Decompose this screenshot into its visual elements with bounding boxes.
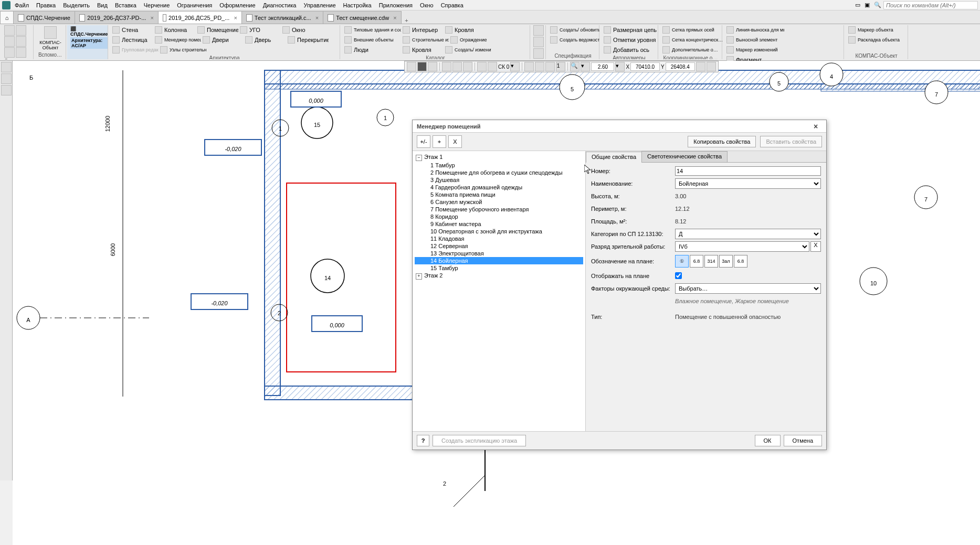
env-select[interactable]: Выбрать… (675, 283, 821, 294)
tree-floor-1[interactable]: −Этаж 1 (415, 153, 583, 162)
create-explication-button[interactable]: Создать экспликацию этажа (433, 435, 526, 446)
new-icon[interactable] (4, 25, 15, 36)
vb-perp[interactable] (452, 62, 462, 71)
scale-input[interactable] (591, 62, 614, 71)
tree-room[interactable]: 7 Помещение уборочного инвентаря (415, 206, 583, 213)
level-marks-button[interactable]: Отметки уровня (603, 35, 658, 45)
save-icon[interactable] (4, 36, 15, 47)
close-icon[interactable]: × (150, 15, 153, 21)
tool-icon-fx[interactable] (1, 73, 12, 84)
new-tab-button[interactable]: + (402, 17, 412, 24)
roof-button[interactable]: Кровля (402, 45, 444, 55)
plusminus-button[interactable]: +/- (417, 135, 430, 148)
menu-view[interactable]: Вид (94, 1, 111, 9)
grid-conc-button[interactable]: Сетка концентрическ… (661, 35, 722, 45)
room-mgr-button[interactable]: Менеджер помещений (154, 35, 201, 45)
tree-room[interactable]: 5 Комната приема пищи (415, 191, 583, 198)
spec-bom-button[interactable]: Создать ведомость мат… (549, 35, 599, 45)
close-icon[interactable]: × (393, 15, 396, 21)
close-icon[interactable]: × (315, 15, 319, 21)
external-button[interactable]: Внешние объекты (343, 35, 401, 45)
tree-room[interactable]: 11 Кладовая (415, 235, 583, 242)
create-user-button[interactable]: Создать/ изменить пользователь… (444, 45, 491, 55)
tree-room-selected[interactable]: 14 Бойлерная (415, 257, 583, 264)
menu-window[interactable]: Окно (417, 1, 437, 9)
print-icon[interactable] (16, 36, 26, 47)
icon-c1[interactable] (533, 25, 544, 36)
tree-room[interactable]: 9 Кабинет мастера (415, 220, 583, 228)
tree-room[interactable]: 6 Санузел мужской (415, 198, 583, 206)
command-search-input[interactable] (883, 1, 978, 9)
fence-button[interactable]: Кровля (444, 25, 486, 35)
vb-1[interactable] (407, 62, 416, 71)
tab-general[interactable]: Общие свойства (586, 152, 642, 163)
vb-3[interactable] (428, 62, 437, 71)
stairs-button[interactable]: Лестница (111, 35, 153, 45)
vb-sc2[interactable] (535, 62, 544, 71)
plan-mark-opt-4[interactable]: 3ал (719, 255, 733, 268)
category-select[interactable]: Д (675, 229, 821, 239)
tree-room[interactable]: 8 Коридор (415, 213, 583, 220)
kompas-object-button[interactable]: КОМПАС-Объект (37, 25, 64, 51)
icon-c2[interactable] (533, 37, 544, 47)
people-button[interactable]: Люди (343, 45, 401, 55)
fullscreen-icon[interactable]: ▭ (855, 2, 862, 9)
menu-constraints[interactable]: Ограничения (174, 1, 215, 9)
menu-manage[interactable]: Управление (300, 1, 339, 9)
leader-button[interactable]: Линия-выноска для многосло… (725, 25, 784, 35)
dim-chain-button[interactable]: Размерная цепь (603, 25, 658, 35)
scale-dd[interactable]: ▾ (615, 62, 625, 71)
zoom-dd[interactable]: ▾ (581, 62, 590, 71)
open-icon[interactable] (16, 25, 26, 36)
vb-end2[interactable] (707, 62, 716, 71)
tree-room[interactable]: 3 Душевая (415, 176, 583, 184)
menu-drawing[interactable]: Черчение (141, 1, 173, 9)
x-coord[interactable] (630, 62, 660, 71)
zoom-icon[interactable]: 🔍 (570, 62, 579, 71)
close-icon[interactable]: × (234, 15, 237, 21)
menu-apps[interactable]: Приложения (376, 1, 416, 9)
cancel-button[interactable]: Отмена (784, 435, 822, 446)
column-button[interactable]: Колонна (154, 25, 196, 35)
door-button[interactable]: Дверь (244, 35, 286, 45)
vb-sc3[interactable] (545, 62, 555, 71)
ugo-button[interactable]: УГО (239, 25, 281, 35)
room-tree[interactable]: −Этаж 1 1 Тамбур 2 Помещение для обогрев… (413, 151, 586, 431)
window-button[interactable]: Окно (281, 25, 323, 35)
tool-icon-3[interactable] (1, 85, 12, 95)
constr-button[interactable]: Строительные изделия (402, 35, 449, 45)
tree-room[interactable]: 2 Помещение для обогрева и сушки спецоде… (415, 169, 583, 176)
nodes-button[interactable]: Узлы строительных… (159, 45, 206, 55)
doors-button[interactable]: Двери (202, 35, 244, 45)
plan-mark-opt-1[interactable]: ① (675, 255, 689, 268)
help-button[interactable]: ? (417, 435, 429, 446)
vb-scale-num[interactable]: 1 (556, 62, 565, 71)
tree-room[interactable]: 4 Гардеробная домашней одежды (415, 184, 583, 191)
tab-active[interactable]: 2019_206.ДС25_PD_...× (158, 11, 242, 24)
grid-icon[interactable] (477, 62, 487, 71)
plan-mark-opt-5[interactable]: 6.8 (734, 255, 747, 268)
vb-angle[interactable] (442, 62, 451, 71)
layout-icon[interactable]: ▣ (865, 2, 872, 9)
buildings-button[interactable]: Типовые здания и сооружения (343, 25, 401, 35)
plus-button[interactable]: + (433, 135, 446, 148)
collapse-icon[interactable]: − (416, 155, 422, 161)
clear-rank-button[interactable]: X (810, 241, 821, 252)
expand-icon[interactable]: + (416, 273, 422, 280)
tab-spds[interactable]: СПДС.Черчение (13, 11, 75, 24)
vb-dd[interactable]: ▾ (510, 62, 520, 71)
vb-2[interactable] (417, 62, 427, 71)
paste-props-button[interactable]: Вставить свойства (760, 136, 822, 147)
undo-icon[interactable] (4, 47, 15, 58)
tab-test-shift[interactable]: Тест смещение.cdw× (323, 11, 401, 24)
number-input[interactable] (675, 166, 821, 176)
vb-par[interactable] (463, 62, 472, 71)
menu-format[interactable]: Оформление (216, 1, 258, 9)
menu-insert[interactable]: Вставка (112, 1, 140, 9)
menu-diag[interactable]: Диагностика (260, 1, 300, 9)
tree-room[interactable]: 15 Тамбур (415, 264, 583, 272)
menu-edit[interactable]: Правка (33, 1, 59, 9)
tab-lighting[interactable]: Светотехнические свойства (641, 151, 728, 162)
ok-button[interactable]: ОК (755, 435, 781, 446)
layout-button[interactable]: Раскладка объекта (847, 35, 908, 45)
